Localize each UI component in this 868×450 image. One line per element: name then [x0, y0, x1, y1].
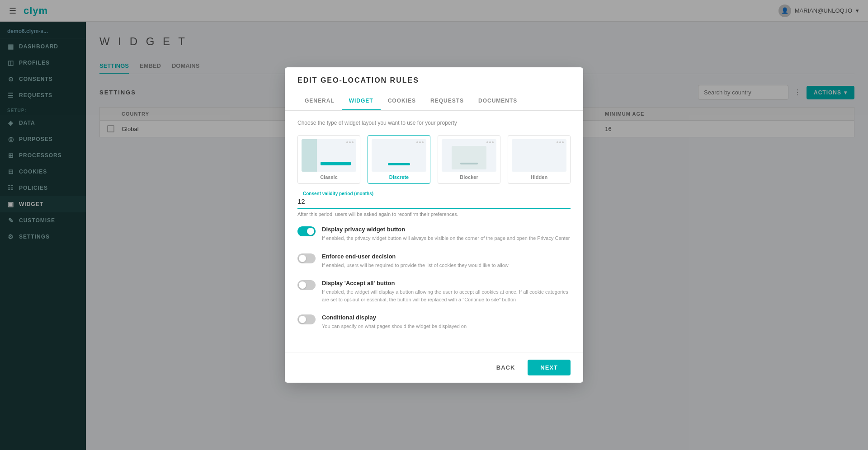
layout-classic-label: Classic: [302, 174, 356, 180]
conditional-display-toggle[interactable]: [297, 314, 316, 324]
privacy-widget-title: Display privacy widget button: [322, 226, 571, 233]
consent-validity-input[interactable]: [297, 195, 571, 208]
consent-validity-hint: After this period, users will be asked a…: [297, 211, 571, 217]
toggle-privacy-widget: Display privacy widget button If enabled…: [297, 226, 571, 242]
discrete-preview: [372, 139, 426, 172]
conditional-display-desc: You can specify on what pages should the…: [322, 323, 571, 330]
layout-discrete-label: Discrete: [372, 174, 426, 180]
conditional-display-title: Conditional display: [322, 314, 571, 321]
modal-subtitle: Choose the type of widget layout you wan…: [297, 120, 571, 126]
preview-dots: [486, 141, 494, 143]
preview-dots: [416, 141, 424, 143]
enforce-end-user-title: Enforce end-user decision: [322, 253, 571, 260]
layout-classic[interactable]: Classic: [297, 135, 360, 184]
consent-validity-label: Consent validity period (months): [301, 191, 375, 196]
layout-discrete[interactable]: Discrete: [368, 135, 430, 184]
modal-header: EDIT GEO-LOCATION RULES: [285, 67, 583, 92]
toggle-accept-all: Display 'Accept all' button If enabled, …: [297, 280, 571, 303]
modal-title: EDIT GEO-LOCATION RULES: [297, 76, 571, 84]
layout-options: Classic Discrete: [297, 135, 571, 184]
enforce-end-user-desc: If enabled, users will be required to pr…: [322, 262, 571, 269]
modal-overlay: EDIT GEO-LOCATION RULES GENERAL WIDGET C…: [0, 0, 868, 450]
accept-all-toggle[interactable]: [297, 280, 316, 290]
enforce-end-user-toggle[interactable]: [297, 253, 316, 263]
modal-tab-widget[interactable]: WIDGET: [342, 92, 381, 110]
back-button[interactable]: BACK: [489, 360, 523, 375]
classic-preview: [302, 139, 356, 172]
toggle-conditional-display: Conditional display You can specify on w…: [297, 314, 571, 330]
preview-dots: [346, 141, 354, 143]
modal: EDIT GEO-LOCATION RULES GENERAL WIDGET C…: [285, 67, 583, 383]
toggle-enforce-end-user: Enforce end-user decision If enabled, us…: [297, 253, 571, 269]
privacy-widget-toggle[interactable]: [297, 226, 316, 236]
privacy-widget-desc: If enabled, the privacy widget button wi…: [322, 234, 571, 242]
next-button[interactable]: NEXT: [528, 360, 571, 375]
accept-all-desc: If enabled, the widget will display a bu…: [322, 288, 571, 303]
modal-footer: BACK NEXT: [285, 352, 583, 383]
blocker-preview: [442, 139, 496, 172]
layout-hidden-label: Hidden: [512, 174, 566, 180]
layout-blocker[interactable]: Blocker: [438, 135, 500, 184]
preview-dots: [557, 141, 564, 143]
modal-tab-requests[interactable]: REQUESTS: [423, 92, 471, 110]
modal-tabs: GENERAL WIDGET COOKIES REQUESTS DOCUMENT…: [285, 92, 583, 111]
modal-body: Choose the type of widget layout you wan…: [285, 111, 583, 352]
modal-tab-documents[interactable]: DOCUMENTS: [471, 92, 524, 110]
consent-validity-group: Consent validity period (months) After t…: [297, 195, 571, 217]
modal-tab-general[interactable]: GENERAL: [297, 92, 342, 110]
modal-tab-cookies[interactable]: COOKIES: [381, 92, 423, 110]
hidden-preview: [512, 139, 566, 172]
accept-all-title: Display 'Accept all' button: [322, 280, 571, 286]
layout-hidden[interactable]: Hidden: [508, 135, 571, 184]
layout-blocker-label: Blocker: [442, 174, 496, 180]
